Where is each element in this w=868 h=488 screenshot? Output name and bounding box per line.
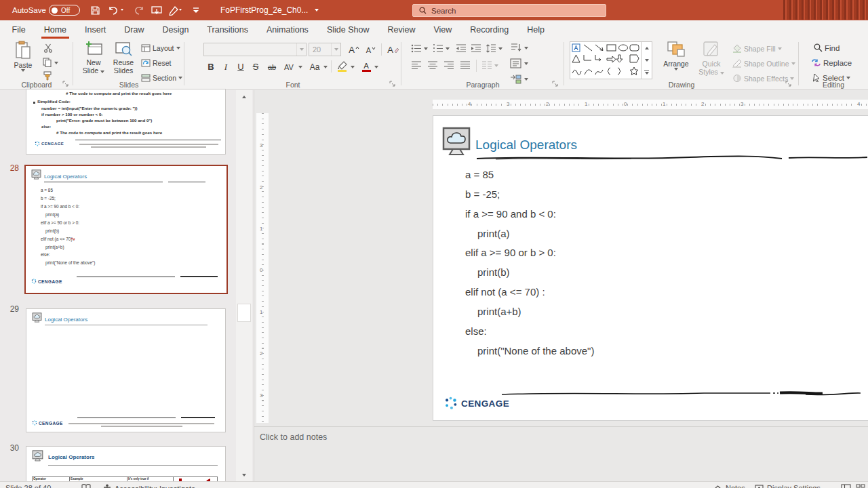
format-painter-icon[interactable]: [43, 71, 52, 81]
align-left-icon[interactable]: [411, 61, 422, 70]
scroll-down-icon[interactable]: [236, 468, 252, 481]
tab-slide-show[interactable]: Slide Show: [317, 20, 378, 39]
copy-chevron-icon[interactable]: [54, 62, 58, 64]
text-highlight-icon[interactable]: [336, 60, 349, 73]
thumbnail-slide-27[interactable]: # The code to compute and print the resu…: [26, 89, 226, 155]
replace-button[interactable]: Replace: [811, 58, 852, 67]
tab-file[interactable]: File: [3, 20, 35, 39]
columns-chevron-icon[interactable]: [494, 64, 498, 67]
tab-design[interactable]: Design: [153, 20, 198, 39]
strikethrough-button[interactable]: S: [250, 60, 262, 74]
scrollbar-thumb[interactable]: [237, 304, 251, 322]
start-presentation-icon[interactable]: [151, 5, 162, 16]
tab-draw[interactable]: Draw: [115, 20, 153, 39]
bullets-icon[interactable]: [411, 44, 422, 53]
thumbnail-slide-28-selected[interactable]: Logical Operators a = 85 b = -25; if a >…: [24, 165, 228, 294]
shapes-scroll-up-icon[interactable]: [642, 42, 652, 54]
reset-button[interactable]: Reset: [141, 59, 171, 67]
text-direction-icon[interactable]: [510, 43, 521, 53]
align-right-icon[interactable]: [443, 61, 454, 70]
slide-title-textbox[interactable]: Logical Operators: [475, 138, 577, 152]
reuse-slides-button[interactable]: Reuse Slides: [108, 41, 138, 75]
line-spacing-chevron-icon[interactable]: [498, 47, 502, 50]
align-text-icon[interactable]: [510, 58, 521, 68]
thumbnail-slide-30[interactable]: Logical Operators Operator Example It's …: [26, 446, 226, 481]
redo-icon[interactable]: [133, 5, 144, 16]
quick-styles-button[interactable]: Quick Styles: [694, 41, 728, 76]
slide-canvas[interactable]: Logical Operators a = 85 b = -25; if a >…: [433, 115, 868, 421]
tab-recording[interactable]: Recording: [461, 20, 518, 39]
layout-button[interactable]: Layout: [141, 44, 180, 52]
pen-menu-chevron-icon[interactable]: [179, 9, 182, 11]
cut-icon[interactable]: [43, 43, 53, 53]
increase-indent-icon[interactable]: [471, 44, 481, 53]
columns-icon[interactable]: [481, 61, 492, 70]
font-name-combo[interactable]: [203, 43, 307, 56]
justify-icon[interactable]: [460, 61, 471, 70]
clipboard-dialog-launcher[interactable]: [62, 81, 69, 87]
new-slide-button[interactable]: New Slide: [79, 41, 108, 75]
slide-sorter-view-icon[interactable]: [856, 484, 866, 488]
spellcheck-book-icon[interactable]: [81, 484, 91, 488]
tab-home[interactable]: Home: [35, 20, 75, 39]
tab-review[interactable]: Review: [378, 20, 425, 39]
numbering-chevron-icon[interactable]: [446, 47, 450, 50]
shape-fill-button[interactable]: Shape Fill: [732, 44, 782, 53]
shape-outline-chevron-icon: [791, 62, 795, 65]
underline-button[interactable]: U: [235, 60, 247, 74]
document-title[interactable]: FoPFirstProg_2e_Ch0...: [220, 0, 319, 20]
display-settings-button[interactable]: Display Settings: [755, 484, 821, 488]
character-spacing-button[interactable]: AV: [281, 60, 297, 74]
italic-button[interactable]: I: [220, 60, 232, 74]
line-spacing-icon[interactable]: [486, 44, 496, 53]
decrease-indent-icon[interactable]: [456, 44, 467, 53]
decrease-font-size-button[interactable]: A: [363, 43, 378, 57]
save-icon[interactable]: [90, 5, 101, 16]
bold-button[interactable]: B: [205, 60, 217, 74]
scroll-up-icon[interactable]: [236, 90, 252, 103]
paragraph-dialog-launcher[interactable]: [552, 81, 559, 87]
font-size-combo[interactable]: 20: [309, 43, 341, 56]
tab-transitions[interactable]: Transitions: [198, 20, 258, 39]
shapes-gallery[interactable]: [570, 41, 652, 79]
highlight-chevron-icon[interactable]: [351, 66, 355, 68]
accessibility-status[interactable]: Accessibility: Investigate: [103, 484, 195, 488]
paste-button[interactable]: Paste: [8, 41, 38, 72]
align-text-chevron-icon[interactable]: [524, 62, 528, 65]
ink-pen-icon[interactable]: [167, 5, 179, 16]
clear-formatting-button[interactable]: A: [385, 43, 401, 57]
align-center-icon[interactable]: [427, 61, 438, 70]
text-direction-chevron-icon[interactable]: [524, 47, 528, 49]
autosave-toggle[interactable]: Off: [49, 5, 80, 16]
drawing-dialog-launcher[interactable]: [785, 81, 792, 87]
shapes-scroll-down-icon[interactable]: [642, 54, 652, 66]
shapes-more-icon[interactable]: [642, 66, 652, 79]
tab-view[interactable]: View: [425, 20, 461, 39]
change-case-button[interactable]: Aa: [307, 60, 323, 74]
bullets-chevron-icon[interactable]: [424, 47, 428, 50]
font-dialog-launcher[interactable]: [389, 81, 396, 87]
search-input[interactable]: Search: [412, 4, 606, 17]
character-spacing-chevron-icon[interactable]: [298, 66, 302, 68]
customize-quick-access-toolbar-icon[interactable]: [190, 5, 201, 16]
copy-icon[interactable]: [43, 58, 52, 67]
strikethrough-ab-button[interactable]: ab: [264, 60, 279, 74]
increase-font-size-button[interactable]: A: [346, 43, 362, 57]
shape-outline-button[interactable]: Shape Outline: [732, 59, 795, 68]
normal-view-icon[interactable]: [841, 484, 851, 488]
tab-animations[interactable]: Animations: [258, 20, 318, 39]
tab-insert[interactable]: Insert: [76, 20, 115, 39]
tab-help[interactable]: Help: [518, 20, 554, 39]
undo-icon[interactable]: [107, 5, 119, 16]
thumbnail-slide-29[interactable]: Logical Operators CENGAGE: [26, 308, 226, 432]
find-button[interactable]: Find: [814, 43, 840, 52]
notes-toggle[interactable]: Notes: [713, 484, 745, 488]
undo-menu-chevron-icon[interactable]: [121, 9, 123, 11]
numbering-icon[interactable]: [433, 44, 443, 53]
arrange-button[interactable]: Arrange: [659, 41, 693, 70]
font-color-chevron-icon[interactable]: [374, 66, 378, 68]
font-color-button[interactable]: A: [359, 60, 373, 74]
thumbnail-scrollbar[interactable]: [236, 90, 252, 481]
change-case-chevron-icon[interactable]: [323, 66, 328, 68]
notes-pane[interactable]: Click to add notes: [254, 426, 868, 481]
